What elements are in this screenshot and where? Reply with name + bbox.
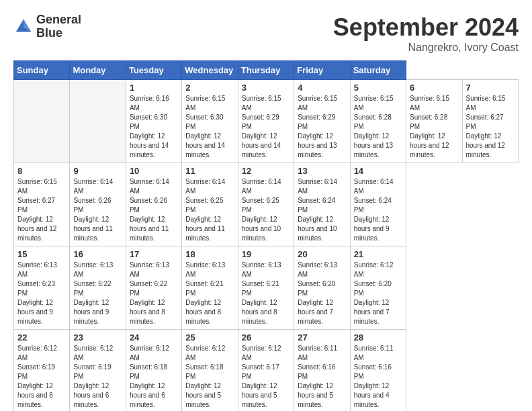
calendar-week-2: 8 Sunrise: 6:15 AM Sunset: 6:27 PM Dayli… — [14, 163, 519, 246]
day-number: 11 — [185, 166, 234, 176]
calendar-week-3: 15 Sunrise: 6:13 AM Sunset: 6:23 PM Dayl… — [14, 246, 519, 330]
weekday-header-thursday: Thursday — [238, 61, 294, 80]
day-number: 2 — [185, 83, 234, 93]
day-info: Sunrise: 6:13 AM Sunset: 6:22 PM Dayligh… — [130, 261, 178, 326]
day-number: 14 — [354, 166, 402, 176]
day-info: Sunrise: 6:15 AM Sunset: 6:29 PM Dayligh… — [298, 94, 346, 160]
calendar-cell: 9 Sunrise: 6:14 AM Sunset: 6:26 PM Dayli… — [70, 163, 126, 246]
day-number: 9 — [73, 166, 122, 176]
day-info: Sunrise: 6:14 AM Sunset: 6:26 PM Dayligh… — [130, 177, 178, 243]
weekday-header-friday: Friday — [294, 61, 350, 80]
day-number: 15 — [17, 249, 66, 259]
day-info: Sunrise: 6:11 AM Sunset: 6:16 PM Dayligh… — [298, 344, 346, 410]
day-info: Sunrise: 6:14 AM Sunset: 6:26 PM Dayligh… — [73, 177, 122, 243]
page-header: General Blue September 2024 Nangrekro, I… — [13, 13, 519, 54]
day-number: 13 — [298, 166, 346, 176]
day-info: Sunrise: 6:15 AM Sunset: 6:28 PM Dayligh… — [354, 94, 402, 160]
day-info: Sunrise: 6:14 AM Sunset: 6:25 PM Dayligh… — [185, 177, 234, 243]
day-number: 10 — [130, 166, 178, 176]
calendar-week-4: 22 Sunrise: 6:12 AM Sunset: 6:19 PM Dayl… — [14, 330, 519, 412]
calendar-cell: 19 Sunrise: 6:13 AM Sunset: 6:21 PM Dayl… — [238, 246, 294, 330]
calendar-cell: 25 Sunrise: 6:12 AM Sunset: 6:18 PM Dayl… — [182, 330, 238, 412]
calendar-cell: 22 Sunrise: 6:12 AM Sunset: 6:19 PM Dayl… — [14, 330, 70, 412]
weekday-header-saturday: Saturday — [350, 61, 406, 80]
calendar-cell: 4 Sunrise: 6:15 AM Sunset: 6:29 PM Dayli… — [294, 80, 350, 163]
day-info: Sunrise: 6:13 AM Sunset: 6:21 PM Dayligh… — [185, 261, 234, 326]
day-info: Sunrise: 6:14 AM Sunset: 6:24 PM Dayligh… — [354, 177, 402, 243]
calendar-cell: 24 Sunrise: 6:12 AM Sunset: 6:18 PM Dayl… — [126, 330, 181, 412]
day-number: 22 — [17, 332, 66, 342]
day-info: Sunrise: 6:12 AM Sunset: 6:17 PM Dayligh… — [242, 344, 290, 410]
calendar-cell: 10 Sunrise: 6:14 AM Sunset: 6:26 PM Dayl… — [126, 163, 181, 246]
weekday-header-row: SundayMondayTuesdayWednesdayThursdayFrid… — [14, 61, 519, 80]
day-number: 27 — [298, 332, 346, 342]
title-block: September 2024 Nangrekro, Ivory Coast — [333, 13, 519, 54]
calendar-cell: 6 Sunrise: 6:15 AM Sunset: 6:28 PM Dayli… — [406, 80, 462, 163]
day-info: Sunrise: 6:13 AM Sunset: 6:22 PM Dayligh… — [73, 261, 122, 326]
logo: General Blue — [13, 13, 81, 40]
calendar-cell: 23 Sunrise: 6:12 AM Sunset: 6:19 PM Dayl… — [70, 330, 126, 412]
day-number: 18 — [185, 249, 234, 259]
day-info: Sunrise: 6:14 AM Sunset: 6:24 PM Dayligh… — [298, 177, 346, 243]
day-info: Sunrise: 6:11 AM Sunset: 6:16 PM Dayligh… — [354, 344, 402, 410]
calendar-cell: 3 Sunrise: 6:15 AM Sunset: 6:29 PM Dayli… — [238, 80, 294, 163]
day-info: Sunrise: 6:16 AM Sunset: 6:30 PM Dayligh… — [130, 94, 178, 160]
month-title: September 2024 — [333, 13, 519, 42]
calendar-cell: 27 Sunrise: 6:11 AM Sunset: 6:16 PM Dayl… — [294, 330, 350, 412]
calendar-cell: 11 Sunrise: 6:14 AM Sunset: 6:25 PM Dayl… — [182, 163, 238, 246]
calendar-table: SundayMondayTuesdayWednesdayThursdayFrid… — [13, 60, 519, 411]
day-number: 20 — [298, 249, 346, 259]
day-info: Sunrise: 6:15 AM Sunset: 6:27 PM Dayligh… — [17, 177, 66, 243]
day-info: Sunrise: 6:12 AM Sunset: 6:18 PM Dayligh… — [130, 344, 178, 410]
weekday-header-sunday: Sunday — [14, 61, 70, 80]
day-number: 19 — [242, 249, 290, 259]
day-number: 5 — [354, 83, 402, 93]
day-info: Sunrise: 6:15 AM Sunset: 6:28 PM Dayligh… — [410, 94, 458, 160]
day-number: 28 — [354, 332, 402, 342]
calendar-cell: 13 Sunrise: 6:14 AM Sunset: 6:24 PM Dayl… — [294, 163, 350, 246]
day-number: 12 — [242, 166, 290, 176]
day-info: Sunrise: 6:15 AM Sunset: 6:29 PM Dayligh… — [242, 94, 290, 160]
day-info: Sunrise: 6:13 AM Sunset: 6:20 PM Dayligh… — [298, 261, 346, 326]
day-number: 17 — [130, 249, 178, 259]
calendar-cell: 18 Sunrise: 6:13 AM Sunset: 6:21 PM Dayl… — [182, 246, 238, 330]
logo-text: General Blue — [36, 13, 81, 40]
calendar-cell: 12 Sunrise: 6:14 AM Sunset: 6:25 PM Dayl… — [238, 163, 294, 246]
day-info: Sunrise: 6:12 AM Sunset: 6:19 PM Dayligh… — [73, 344, 122, 410]
weekday-header-wednesday: Wednesday — [182, 61, 238, 80]
day-info: Sunrise: 6:12 AM Sunset: 6:20 PM Dayligh… — [354, 261, 402, 326]
day-number: 3 — [242, 83, 290, 93]
day-info: Sunrise: 6:12 AM Sunset: 6:18 PM Dayligh… — [185, 344, 234, 410]
calendar-cell: 1 Sunrise: 6:16 AM Sunset: 6:30 PM Dayli… — [126, 80, 181, 163]
day-info: Sunrise: 6:13 AM Sunset: 6:23 PM Dayligh… — [17, 261, 66, 326]
location-title: Nangrekro, Ivory Coast — [333, 42, 519, 54]
calendar-cell: 2 Sunrise: 6:15 AM Sunset: 6:30 PM Dayli… — [182, 80, 238, 163]
calendar-cell: 21 Sunrise: 6:12 AM Sunset: 6:20 PM Dayl… — [350, 246, 406, 330]
day-number: 16 — [73, 249, 122, 259]
day-info: Sunrise: 6:12 AM Sunset: 6:19 PM Dayligh… — [17, 344, 66, 410]
weekday-header-monday: Monday — [70, 61, 126, 80]
day-number: 23 — [73, 332, 122, 342]
day-number: 6 — [410, 83, 458, 93]
calendar-cell: 8 Sunrise: 6:15 AM Sunset: 6:27 PM Dayli… — [14, 163, 70, 246]
calendar-cell: 26 Sunrise: 6:12 AM Sunset: 6:17 PM Dayl… — [238, 330, 294, 412]
day-number: 26 — [242, 332, 290, 342]
calendar-cell: 15 Sunrise: 6:13 AM Sunset: 6:23 PM Dayl… — [14, 246, 70, 330]
day-number: 8 — [17, 166, 66, 176]
day-number: 1 — [130, 83, 178, 93]
calendar-cell: 14 Sunrise: 6:14 AM Sunset: 6:24 PM Dayl… — [350, 163, 406, 246]
logo-icon — [13, 17, 34, 37]
calendar-cell: 17 Sunrise: 6:13 AM Sunset: 6:22 PM Dayl… — [126, 246, 181, 330]
day-info: Sunrise: 6:13 AM Sunset: 6:21 PM Dayligh… — [242, 261, 290, 326]
day-number: 4 — [298, 83, 346, 93]
day-number: 24 — [130, 332, 178, 342]
calendar-cell: 28 Sunrise: 6:11 AM Sunset: 6:16 PM Dayl… — [350, 330, 406, 412]
day-number: 25 — [185, 332, 234, 342]
calendar-cell — [14, 80, 70, 163]
calendar-cell: 5 Sunrise: 6:15 AM Sunset: 6:28 PM Dayli… — [350, 80, 406, 163]
day-number: 21 — [354, 249, 402, 259]
day-number: 7 — [466, 83, 515, 93]
day-info: Sunrise: 6:14 AM Sunset: 6:25 PM Dayligh… — [242, 177, 290, 243]
calendar-cell: 20 Sunrise: 6:13 AM Sunset: 6:20 PM Dayl… — [294, 246, 350, 330]
calendar-week-1: 1 Sunrise: 6:16 AM Sunset: 6:30 PM Dayli… — [14, 80, 519, 163]
